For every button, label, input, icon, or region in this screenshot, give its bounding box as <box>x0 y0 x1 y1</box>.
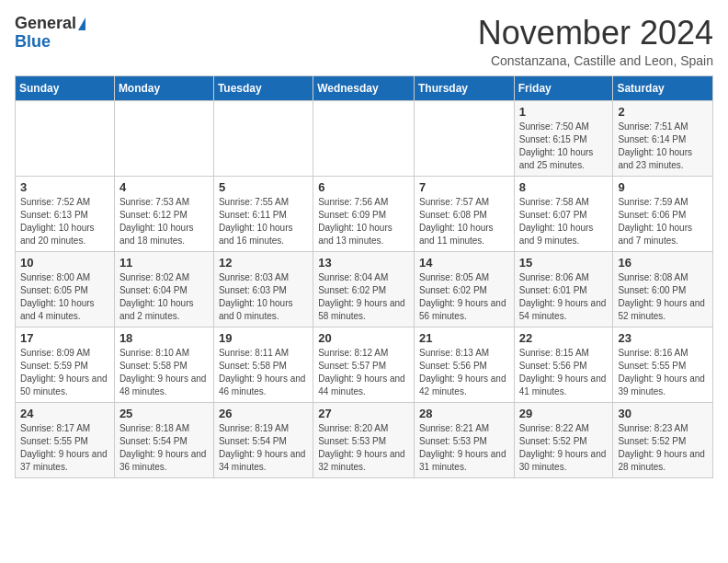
calendar-cell: 16Sunrise: 8:08 AM Sunset: 6:00 PM Dayli… <box>613 251 713 327</box>
calendar-cell: 15Sunrise: 8:06 AM Sunset: 6:01 PM Dayli… <box>514 251 613 327</box>
day-number: 4 <box>119 180 209 194</box>
day-info: Sunrise: 8:23 AM Sunset: 5:52 PM Dayligh… <box>618 422 708 474</box>
day-number: 5 <box>219 180 308 194</box>
calendar-cell: 5Sunrise: 7:55 AM Sunset: 6:11 PM Daylig… <box>213 176 313 251</box>
calendar-cell: 18Sunrise: 8:10 AM Sunset: 5:58 PM Dayli… <box>114 327 213 402</box>
calendar-cell: 30Sunrise: 8:23 AM Sunset: 5:52 PM Dayli… <box>613 402 713 477</box>
day-number: 13 <box>318 256 409 270</box>
day-number: 27 <box>318 407 409 420</box>
col-header-saturday: Saturday <box>613 75 713 100</box>
day-info: Sunrise: 8:12 AM Sunset: 5:57 PM Dayligh… <box>318 347 409 398</box>
calendar-week-row: 10Sunrise: 8:00 AM Sunset: 6:05 PM Dayli… <box>16 251 713 327</box>
day-number: 26 <box>219 407 308 420</box>
day-info: Sunrise: 8:10 AM Sunset: 5:58 PM Dayligh… <box>119 347 209 398</box>
calendar-header-row: SundayMondayTuesdayWednesdayThursdayFrid… <box>16 75 713 100</box>
calendar-cell: 28Sunrise: 8:21 AM Sunset: 5:53 PM Dayli… <box>414 402 514 477</box>
col-header-thursday: Thursday <box>414 75 514 100</box>
day-info: Sunrise: 7:55 AM Sunset: 6:11 PM Dayligh… <box>219 196 308 247</box>
calendar-cell: 8Sunrise: 7:58 AM Sunset: 6:07 PM Daylig… <box>514 176 613 251</box>
calendar-cell: 2Sunrise: 7:51 AM Sunset: 6:14 PM Daylig… <box>613 100 713 176</box>
day-number: 19 <box>219 331 308 345</box>
day-number: 10 <box>20 256 109 270</box>
calendar-cell: 24Sunrise: 8:17 AM Sunset: 5:55 PM Dayli… <box>16 402 115 477</box>
day-info: Sunrise: 8:22 AM Sunset: 5:52 PM Dayligh… <box>519 422 609 474</box>
calendar-cell <box>114 100 213 176</box>
calendar-table: SundayMondayTuesdayWednesdayThursdayFrid… <box>15 75 713 478</box>
day-info: Sunrise: 8:15 AM Sunset: 5:56 PM Dayligh… <box>519 347 609 398</box>
calendar-cell <box>16 100 115 176</box>
day-info: Sunrise: 8:18 AM Sunset: 5:54 PM Dayligh… <box>119 422 209 474</box>
day-info: Sunrise: 8:08 AM Sunset: 6:00 PM Dayligh… <box>618 271 708 323</box>
calendar-cell: 19Sunrise: 8:11 AM Sunset: 5:58 PM Dayli… <box>213 327 313 402</box>
day-number: 15 <box>519 256 609 270</box>
day-number: 30 <box>618 407 708 420</box>
calendar-week-row: 17Sunrise: 8:09 AM Sunset: 5:59 PM Dayli… <box>16 327 713 402</box>
logo-arrow-icon <box>78 17 85 30</box>
day-number: 11 <box>119 256 209 270</box>
day-number: 1 <box>519 105 609 119</box>
day-info: Sunrise: 8:09 AM Sunset: 5:59 PM Dayligh… <box>20 347 109 398</box>
day-number: 6 <box>318 180 409 194</box>
day-number: 16 <box>618 256 708 270</box>
day-number: 20 <box>318 331 409 345</box>
calendar-cell: 7Sunrise: 7:57 AM Sunset: 6:08 PM Daylig… <box>414 176 514 251</box>
day-info: Sunrise: 8:11 AM Sunset: 5:58 PM Dayligh… <box>219 347 308 398</box>
day-number: 23 <box>618 331 708 345</box>
location: Constanzana, Castille and Leon, Spain <box>478 53 713 68</box>
day-info: Sunrise: 7:53 AM Sunset: 6:12 PM Dayligh… <box>119 196 209 247</box>
calendar-cell: 23Sunrise: 8:16 AM Sunset: 5:55 PM Dayli… <box>613 327 713 402</box>
day-info: Sunrise: 7:59 AM Sunset: 6:06 PM Dayligh… <box>618 196 708 247</box>
day-info: Sunrise: 8:20 AM Sunset: 5:53 PM Dayligh… <box>318 422 409 474</box>
day-number: 14 <box>419 256 509 270</box>
day-number: 8 <box>519 180 609 194</box>
day-number: 18 <box>119 331 209 345</box>
calendar-cell: 13Sunrise: 8:04 AM Sunset: 6:02 PM Dayli… <box>313 251 415 327</box>
logo-text-blue: Blue <box>15 33 51 52</box>
calendar-cell: 17Sunrise: 8:09 AM Sunset: 5:59 PM Dayli… <box>16 327 115 402</box>
day-info: Sunrise: 8:03 AM Sunset: 6:03 PM Dayligh… <box>219 271 308 323</box>
day-info: Sunrise: 7:56 AM Sunset: 6:09 PM Dayligh… <box>318 196 409 247</box>
title-block: November 2024 Constanzana, Castille and … <box>478 15 713 68</box>
calendar-cell: 26Sunrise: 8:19 AM Sunset: 5:54 PM Dayli… <box>213 402 313 477</box>
day-info: Sunrise: 8:05 AM Sunset: 6:02 PM Dayligh… <box>419 271 509 323</box>
day-info: Sunrise: 8:19 AM Sunset: 5:54 PM Dayligh… <box>219 422 308 474</box>
day-number: 24 <box>20 407 109 420</box>
day-info: Sunrise: 7:52 AM Sunset: 6:13 PM Dayligh… <box>20 196 109 247</box>
day-info: Sunrise: 8:00 AM Sunset: 6:05 PM Dayligh… <box>20 271 109 323</box>
day-number: 3 <box>20 180 109 194</box>
calendar-week-row: 24Sunrise: 8:17 AM Sunset: 5:55 PM Dayli… <box>16 402 713 477</box>
calendar-cell: 9Sunrise: 7:59 AM Sunset: 6:06 PM Daylig… <box>613 176 713 251</box>
day-info: Sunrise: 8:16 AM Sunset: 5:55 PM Dayligh… <box>618 347 708 398</box>
day-number: 17 <box>20 331 109 345</box>
calendar-cell <box>414 100 514 176</box>
calendar-week-row: 1Sunrise: 7:50 AM Sunset: 6:15 PM Daylig… <box>16 100 713 176</box>
day-info: Sunrise: 7:50 AM Sunset: 6:15 PM Dayligh… <box>519 121 609 172</box>
calendar-cell: 22Sunrise: 8:15 AM Sunset: 5:56 PM Dayli… <box>514 327 613 402</box>
calendar-cell: 3Sunrise: 7:52 AM Sunset: 6:13 PM Daylig… <box>16 176 115 251</box>
day-info: Sunrise: 8:02 AM Sunset: 6:04 PM Dayligh… <box>119 271 209 323</box>
day-number: 22 <box>519 331 609 345</box>
logo: General Blue <box>15 15 85 52</box>
calendar-cell: 20Sunrise: 8:12 AM Sunset: 5:57 PM Dayli… <box>313 327 415 402</box>
day-info: Sunrise: 8:13 AM Sunset: 5:56 PM Dayligh… <box>419 347 509 398</box>
calendar-cell <box>213 100 313 176</box>
day-info: Sunrise: 8:04 AM Sunset: 6:02 PM Dayligh… <box>318 271 409 323</box>
day-info: Sunrise: 7:57 AM Sunset: 6:08 PM Dayligh… <box>419 196 509 247</box>
day-number: 2 <box>618 105 708 119</box>
calendar-cell: 29Sunrise: 8:22 AM Sunset: 5:52 PM Dayli… <box>514 402 613 477</box>
day-number: 29 <box>519 407 609 420</box>
calendar-cell: 4Sunrise: 7:53 AM Sunset: 6:12 PM Daylig… <box>114 176 213 251</box>
col-header-sunday: Sunday <box>16 75 115 100</box>
calendar-cell: 10Sunrise: 8:00 AM Sunset: 6:05 PM Dayli… <box>16 251 115 327</box>
calendar-cell: 11Sunrise: 8:02 AM Sunset: 6:04 PM Dayli… <box>114 251 213 327</box>
day-number: 21 <box>419 331 509 345</box>
day-info: Sunrise: 7:58 AM Sunset: 6:07 PM Dayligh… <box>519 196 609 247</box>
month-title: November 2024 <box>478 15 713 52</box>
calendar-cell: 27Sunrise: 8:20 AM Sunset: 5:53 PM Dayli… <box>313 402 415 477</box>
calendar-cell: 21Sunrise: 8:13 AM Sunset: 5:56 PM Dayli… <box>414 327 514 402</box>
calendar-cell: 12Sunrise: 8:03 AM Sunset: 6:03 PM Dayli… <box>213 251 313 327</box>
day-number: 28 <box>419 407 509 420</box>
calendar-week-row: 3Sunrise: 7:52 AM Sunset: 6:13 PM Daylig… <box>16 176 713 251</box>
col-header-friday: Friday <box>514 75 613 100</box>
calendar-cell: 1Sunrise: 7:50 AM Sunset: 6:15 PM Daylig… <box>514 100 613 176</box>
